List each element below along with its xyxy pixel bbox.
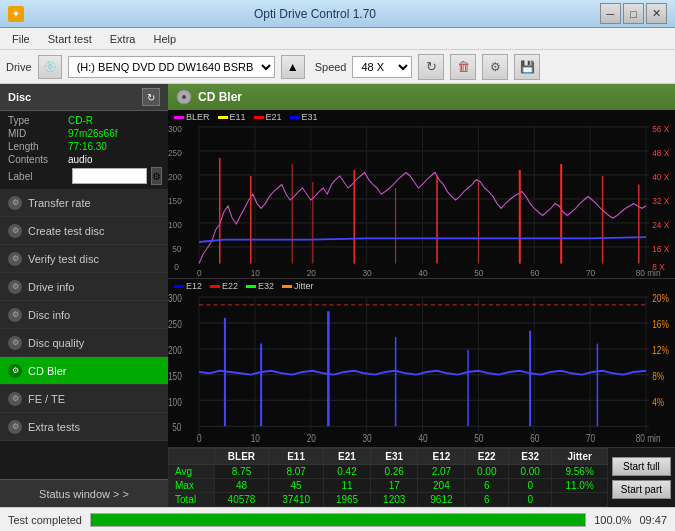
disc-quality-icon: ⚙ <box>8 336 22 350</box>
save-button[interactable]: 💾 <box>514 54 540 80</box>
svg-text:60: 60 <box>530 433 539 444</box>
sidebar-item-label: Transfer rate <box>28 197 91 209</box>
disc-label-input[interactable] <box>72 168 147 184</box>
avg-bler: 8.75 <box>214 465 269 479</box>
data-table-container: BLER E11 E21 E31 E12 E22 E32 Jitter <box>168 447 675 507</box>
svg-text:10: 10 <box>251 433 260 444</box>
legend-jitter: Jitter <box>282 281 314 291</box>
svg-text:0: 0 <box>174 261 179 272</box>
clear-button[interactable]: 🗑 <box>450 54 476 80</box>
disc-type-key: Type <box>8 115 68 126</box>
total-e21: 1965 <box>323 493 370 507</box>
disc-length-val: 77:16.30 <box>68 141 160 152</box>
disc-length-key: Length <box>8 141 68 152</box>
disc-label-button[interactable]: ⚙ <box>151 167 162 185</box>
sidebar-item-transfer-rate[interactable]: ⚙ Transfer rate <box>0 189 168 217</box>
sidebar-item-verify-test-disc[interactable]: ⚙ Verify test disc <box>0 245 168 273</box>
svg-text:150: 150 <box>168 371 182 382</box>
action-buttons: Start full Start part <box>608 448 675 507</box>
drive-label: Drive <box>6 61 32 73</box>
sidebar-item-label: Extra tests <box>28 421 80 433</box>
status-text: Test completed <box>8 514 82 526</box>
svg-text:12%: 12% <box>652 345 669 356</box>
legend-e11-label: E11 <box>230 112 246 122</box>
max-e11: 45 <box>269 479 324 493</box>
minimize-button[interactable]: ─ <box>600 3 621 24</box>
sidebar-item-label: Drive info <box>28 281 74 293</box>
start-full-button[interactable]: Start full <box>612 457 671 476</box>
svg-text:10: 10 <box>251 267 260 278</box>
col-header-e31: E31 <box>371 449 418 465</box>
svg-text:200: 200 <box>168 345 182 356</box>
sidebar-item-label: Verify test disc <box>28 253 99 265</box>
svg-text:40: 40 <box>418 267 427 278</box>
close-button[interactable]: ✕ <box>646 3 667 24</box>
svg-text:48 X: 48 X <box>652 147 669 158</box>
maximize-button[interactable]: □ <box>623 3 644 24</box>
disc-type-val: CD-R <box>68 115 160 126</box>
progress-percent: 100.0% <box>594 514 631 526</box>
legend-e11: E11 <box>218 112 246 122</box>
extra-tests-icon: ⚙ <box>8 420 22 434</box>
avg-e11: 8.07 <box>269 465 324 479</box>
menu-help[interactable]: Help <box>145 31 184 47</box>
sidebar-item-extra-tests[interactable]: ⚙ Extra tests <box>0 413 168 441</box>
create-test-disc-icon: ⚙ <box>8 224 22 238</box>
avg-e22: 0.00 <box>465 465 508 479</box>
sidebar-item-label: FE / TE <box>28 393 65 405</box>
total-e32: 0 <box>508 493 551 507</box>
sidebar-item-label: Create test disc <box>28 225 104 237</box>
sidebar-item-disc-quality[interactable]: ⚙ Disc quality <box>0 329 168 357</box>
svg-text:16%: 16% <box>652 319 669 330</box>
svg-text:20: 20 <box>307 267 316 278</box>
menu-start-test[interactable]: Start test <box>40 31 100 47</box>
svg-text:70: 70 <box>586 433 595 444</box>
legend-e32: E32 <box>246 281 274 291</box>
content-area: CD Bler BLER E11 E21 <box>168 84 675 507</box>
legend-e21: E21 <box>254 112 282 122</box>
col-header-e21: E21 <box>323 449 370 465</box>
svg-text:16 X: 16 X <box>652 243 669 254</box>
sidebar-item-label: CD Bler <box>28 365 67 377</box>
sidebar-item-create-test-disc[interactable]: ⚙ Create test disc <box>0 217 168 245</box>
svg-text:40 X: 40 X <box>652 171 669 182</box>
max-e22: 6 <box>465 479 508 493</box>
svg-text:300: 300 <box>168 123 182 134</box>
start-part-button[interactable]: Start part <box>612 480 671 499</box>
window-title: Opti Drive Control 1.70 <box>30 7 600 21</box>
table-row-avg: Avg 8.75 8.07 0.42 0.26 2.07 0.00 0.00 9… <box>169 465 608 479</box>
eject-button[interactable]: ▲ <box>281 55 305 79</box>
drive-select[interactable]: (H:) BENQ DVD DD DW1640 BSRB <box>68 56 275 78</box>
disc-mid-val: 97m26s66f <box>68 128 160 139</box>
svg-text:24 X: 24 X <box>652 219 669 230</box>
svg-text:80 min: 80 min <box>636 433 661 444</box>
col-header-e22: E22 <box>465 449 508 465</box>
menu-extra[interactable]: Extra <box>102 31 144 47</box>
menu-file[interactable]: File <box>4 31 38 47</box>
svg-text:56 X: 56 X <box>652 123 669 134</box>
sidebar-item-disc-info[interactable]: ⚙ Disc info <box>0 301 168 329</box>
svg-text:20%: 20% <box>652 293 669 304</box>
status-window-button[interactable]: Status window > > <box>0 479 168 507</box>
sidebar-item-cd-bler[interactable]: ⚙ CD Bler <box>0 357 168 385</box>
total-e31: 1203 <box>371 493 418 507</box>
svg-text:32 X: 32 X <box>652 195 669 206</box>
svg-text:100: 100 <box>168 219 182 230</box>
settings-button[interactable]: ⚙ <box>482 54 508 80</box>
avg-e21: 0.42 <box>323 465 370 479</box>
refresh-button[interactable]: ↻ <box>418 54 444 80</box>
disc-refresh-button[interactable]: ↻ <box>142 88 160 106</box>
col-header-e32: E32 <box>508 449 551 465</box>
drive-info-icon: ⚙ <box>8 280 22 294</box>
total-jitter <box>552 493 607 507</box>
speed-select[interactable]: 48 X <box>352 56 412 78</box>
sidebar-item-label: Disc info <box>28 309 70 321</box>
svg-text:50: 50 <box>172 243 181 254</box>
chart-header: CD Bler <box>168 84 675 110</box>
sidebar-item-drive-info[interactable]: ⚙ Drive info <box>0 273 168 301</box>
disc-label-key: Label <box>8 171 68 182</box>
sidebar-item-fe-te[interactable]: ⚙ FE / TE <box>0 385 168 413</box>
max-e32: 0 <box>508 479 551 493</box>
avg-e12: 2.07 <box>418 465 465 479</box>
col-header-e12: E12 <box>418 449 465 465</box>
